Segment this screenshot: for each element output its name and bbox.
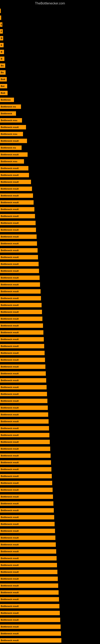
bar-label: Bottleneck result xyxy=(1,263,19,265)
bar: Bottleneck result xyxy=(0,303,42,307)
bar-label: Bottleneck result xyxy=(1,400,19,402)
bar-row: Bottleneck result xyxy=(0,378,100,383)
bar-label: Bottleneck result xyxy=(1,564,19,566)
bar-row: Bottleneck result xyxy=(0,336,100,342)
bar-row: Bottleneck result xyxy=(0,323,100,328)
bars-container: EFBEBBBoBoBottBotBottBottlenecBottleneck… xyxy=(0,6,100,644)
bar: Bottleneck result xyxy=(0,563,57,567)
bar-row: Bottleneck result xyxy=(0,596,100,602)
bar-row: Bottleneck resu xyxy=(0,158,100,164)
bar: Bottleneck result xyxy=(0,460,51,465)
bar-label: Bottleneck result xyxy=(1,311,19,313)
bar-label: Bottleneck result xyxy=(1,619,19,621)
bar-label: Bottleneck result xyxy=(1,434,19,436)
bar: Bottleneck result xyxy=(0,474,52,478)
bar-row xyxy=(0,8,100,14)
bar: Bottleneck resu xyxy=(0,118,22,122)
bar-row: Bo xyxy=(0,70,100,75)
bar-label: Bottleneck res xyxy=(1,146,16,149)
bar-row: Bottleneck result xyxy=(0,569,100,575)
bar-row: Bottleneck resu xyxy=(0,131,100,137)
bar: Bottleneck result xyxy=(0,536,55,540)
bar-label: Bottleneck result xyxy=(1,318,19,320)
bar: Bottleneck result xyxy=(0,364,46,369)
bar-row: Bottleneck result xyxy=(0,439,100,445)
bar-label: Bottleneck result xyxy=(1,605,19,607)
bar: Bottleneck result xyxy=(0,481,52,485)
bar-label: Bottleneck result xyxy=(1,571,19,573)
bar-row: Bottleneck result xyxy=(0,548,100,554)
bar-row: Bottleneck result xyxy=(0,426,100,431)
bar-row: Bottleneck result xyxy=(0,200,100,205)
bar: Bottleneck result xyxy=(0,618,60,622)
bar: Bottleneck result xyxy=(0,310,42,314)
bar: Bottleneck result xyxy=(0,508,54,512)
bar-label: Bottleneck result xyxy=(1,530,19,532)
bar: E xyxy=(0,43,3,47)
bar-label: Bot xyxy=(1,85,4,87)
bar-row: Bottleneck result xyxy=(0,275,100,280)
bar-label: Bottleneck result xyxy=(1,276,19,279)
bar-label: Bottleneck result xyxy=(1,441,19,443)
bar-row: Bottleneck result xyxy=(0,384,100,390)
bar-label: Bottleneck result xyxy=(1,338,19,340)
bar-row: Bottleneck resu xyxy=(0,118,100,123)
bar: Bottleneck res xyxy=(0,146,22,150)
bar: Bottleneck result xyxy=(0,200,34,205)
bar: E xyxy=(0,22,2,27)
bar-row: Bottleneck result xyxy=(0,590,100,595)
bar-label: B xyxy=(1,58,2,60)
site-title: TheBottlenecker.com xyxy=(0,0,100,6)
bar-label: Bottleneck result xyxy=(1,345,19,347)
bar-label: Bottleneck result xyxy=(1,496,19,498)
bar-row: Bottleneck result xyxy=(0,241,100,246)
bar-row: Bot xyxy=(0,83,100,89)
bar-row: Bottleneck result xyxy=(0,542,100,548)
bar-label: Bottlenec xyxy=(1,98,11,101)
bar: Bottleneck result xyxy=(0,186,32,191)
bar: Bottleneck result xyxy=(0,180,31,184)
bar-label: Bottleneck result xyxy=(1,290,19,292)
bar-label: Bottleneck resu xyxy=(1,119,17,122)
bar-label: Bottleneck result xyxy=(1,461,19,464)
bar: Bottleneck result xyxy=(0,638,61,642)
bar: Bottleneck result xyxy=(0,604,59,608)
bar: Bottleneck result xyxy=(0,173,29,177)
bar-row: Bottleneck result xyxy=(0,480,100,486)
bar: Bottleneck result xyxy=(0,392,47,396)
bar-row: B xyxy=(0,49,100,55)
bar-row: Bottleneck result xyxy=(0,466,100,472)
bar-label: Bottleneck result xyxy=(1,188,19,190)
bar-label: Bottleneck result xyxy=(1,406,19,409)
bar-label: E xyxy=(1,23,2,26)
bar: Bottleneck result xyxy=(0,529,55,533)
bar-row: Bottleneck result xyxy=(0,617,100,623)
bar-row: Bottleneck result xyxy=(0,343,100,349)
bar-row: Bott xyxy=(0,90,100,96)
bar-row: Bottleneck result xyxy=(0,610,100,616)
bar-label: Bottleneck result xyxy=(1,228,19,231)
bar-row: Bottleneck result xyxy=(0,152,100,158)
bar: Bot xyxy=(0,84,7,88)
bar: Bottleneck result xyxy=(0,194,33,198)
bar: Bottleneck result xyxy=(0,433,50,437)
bar-row: Bottleneck xyxy=(0,111,100,116)
bar-row: Bottleneck result xyxy=(0,453,100,458)
bar: Bottleneck result xyxy=(0,241,37,246)
bar-row: Bottleneck result xyxy=(0,487,100,493)
bar-row: Bottleneck result xyxy=(0,330,100,335)
bar: Bottleneck result xyxy=(0,399,48,403)
bar: Bottleneck result xyxy=(0,207,34,212)
bar: Bottleneck result xyxy=(0,228,36,232)
bar-label: Bottleneck result xyxy=(1,536,19,539)
bar-row: Bottleneck result xyxy=(0,309,100,315)
bar-label: Bottleneck result xyxy=(1,366,19,368)
bar-row: Bottleneck result xyxy=(0,350,100,356)
bar-label: Bottleneck result xyxy=(1,236,19,238)
bar xyxy=(0,16,1,20)
bar: Bottleneck result xyxy=(0,358,45,362)
bar-label: Bottleneck result xyxy=(1,413,19,416)
bar: Bottleneck result xyxy=(0,371,46,376)
bar-row: Bottleneck result xyxy=(0,501,100,506)
bar: Bottleneck result xyxy=(0,584,58,588)
